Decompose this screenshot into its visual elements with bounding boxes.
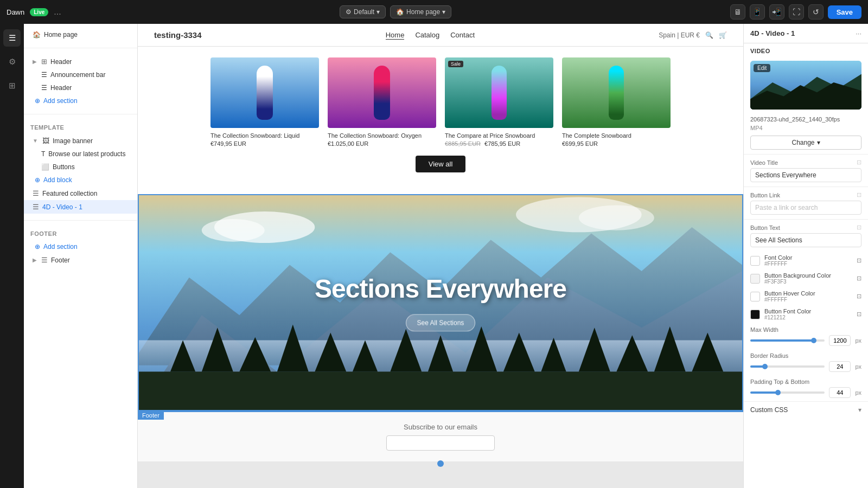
settings-icon[interactable]: ⚙ (3, 53, 21, 70)
button-bg-color-row: Button Background Color #F3F3F3 ⊡ (744, 269, 868, 287)
footer-add-section-label: Add section (43, 243, 78, 251)
home-icon: 🏠 (396, 8, 404, 16)
right-panel-more[interactable]: ··· (856, 29, 861, 37)
header-item[interactable]: ☰ Header (24, 81, 137, 94)
desktop-icon[interactable]: 🖥 (730, 4, 745, 20)
left-panel-home: 🏠 Home page (24, 24, 137, 46)
header-group[interactable]: ▶ ⊞ Header (24, 55, 137, 68)
padding-tb-thumb[interactable] (775, 390, 781, 395)
expand-icon3: ▶ (33, 257, 37, 263)
border-radius-track[interactable] (750, 365, 825, 368)
footer-section-label: Footer (138, 411, 164, 420)
browse-products-label: Browse our latest products (48, 150, 125, 158)
mobile-icon[interactable]: 📲 (769, 4, 784, 20)
border-radius-thumb[interactable] (762, 364, 768, 369)
button-hover-color-row: Button Hover Color #FFFFFF ⊡ (744, 287, 868, 305)
save-button[interactable]: Save (828, 5, 861, 19)
button-link-input[interactable] (750, 201, 861, 215)
footer-add-section[interactable]: ⊕ Add section (24, 240, 137, 253)
edit-video-button[interactable]: Edit (754, 64, 770, 72)
product-image-2: Sale (445, 57, 553, 128)
section-drag-handle[interactable] (437, 460, 444, 467)
chevron-down-icon4: ▾ (858, 406, 861, 414)
undo-icon[interactable]: ↺ (808, 4, 824, 20)
footer-item-label: Footer (51, 256, 70, 264)
button-font-color-info: Button Font Color #121212 (764, 308, 852, 320)
add-block-item[interactable]: ⊕ Add block (24, 174, 137, 187)
button-bg-color-info: Button Background Color #F3F3F3 (764, 272, 852, 285)
template-section: Template ▼ 🖼 Image banner T Browse our l… (24, 117, 137, 218)
video-thumbnail: Edit (750, 61, 861, 110)
theme-dropdown[interactable]: ⚙ Default ▾ (340, 5, 386, 18)
store-topnav: testing-3334 Home Catalog Contact Spain … (138, 24, 743, 47)
button-bg-color-swatch[interactable] (750, 274, 760, 284)
header-add-section[interactable]: ⊕ Add section (24, 94, 137, 107)
button-font-color-swatch[interactable] (750, 310, 760, 319)
currency-label: Spain | EUR € (659, 31, 700, 39)
max-width-thumb[interactable] (811, 338, 816, 343)
right-panel-title: 4D - Video - 1 (750, 29, 795, 37)
left-panel: 🏠 Home page ▶ ⊞ Header ☰ Announcement ba… (24, 24, 138, 488)
footer-section: Footer ⊕ Add section ▶ ☰ Footer (24, 223, 137, 271)
info-icon3: ⊡ (857, 224, 861, 231)
max-width-input[interactable] (829, 335, 851, 346)
search-icon[interactable]: 🔍 (705, 31, 713, 39)
product-card-3: The Complete Snowboard €699,95 EUR (562, 57, 671, 147)
sale-price: €785,95 EUR (484, 140, 520, 147)
button-hover-reset-icon[interactable]: ⊡ (857, 293, 861, 300)
max-width-group: Max Width px (744, 323, 868, 349)
tablet-icon[interactable]: 📱 (750, 4, 765, 20)
max-width-label: Max Width (750, 326, 861, 333)
footer-header: Footer (24, 227, 137, 240)
max-width-track[interactable] (750, 339, 825, 342)
home-page-item[interactable]: 🏠 Home page (24, 28, 137, 41)
divider2 (24, 114, 137, 114)
border-radius-input[interactable] (829, 361, 851, 372)
canvas-inner: testing-3334 Home Catalog Contact Spain … (138, 24, 743, 488)
nav-catalog[interactable]: Catalog (415, 31, 439, 40)
view-all-button[interactable]: View all (416, 156, 466, 172)
chevron-down-icon: ▾ (376, 8, 380, 16)
button-hover-color-swatch[interactable] (750, 292, 760, 301)
browse-products-item[interactable]: T Browse our latest products (24, 147, 137, 160)
plus-icon3: ⊕ (35, 243, 40, 251)
right-panel: 4D - Video - 1 ··· Video (743, 24, 868, 488)
nav-contact[interactable]: Contact (450, 31, 475, 40)
snowboard-shape-3 (609, 66, 624, 120)
change-video-button[interactable]: Change ▾ (750, 136, 861, 150)
video-cta-button[interactable]: See All Sections (406, 314, 476, 332)
button-font-reset-icon[interactable]: ⊡ (857, 311, 861, 318)
page-dropdown[interactable]: 🏠 Home page ▾ (390, 5, 451, 18)
font-color-reset-icon[interactable]: ⊡ (857, 257, 861, 264)
padding-tb-unit: px (855, 389, 861, 396)
button-text-input[interactable] (750, 233, 861, 247)
divider3 (24, 220, 137, 221)
nav-home[interactable]: Home (386, 31, 405, 40)
max-width-fill (750, 339, 814, 342)
buttons-item[interactable]: ⬜ Buttons (24, 160, 137, 174)
subscribe-input[interactable] (386, 435, 495, 451)
video-section[interactable]: Sections Everywhere See All Sections (138, 194, 743, 411)
image-banner-item[interactable]: ▼ 🖼 Image banner (24, 134, 137, 147)
button-bg-reset-icon[interactable]: ⊡ (857, 275, 861, 282)
video-item[interactable]: ☰ 4D - Video - 1 (24, 200, 137, 214)
padding-tb-input[interactable] (829, 387, 851, 398)
fullscreen-icon[interactable]: ⛶ (789, 4, 804, 20)
announcement-bar-label: Announcement bar (50, 71, 105, 79)
footer-item[interactable]: ▶ ☰ Footer (24, 253, 137, 267)
announcement-bar-item[interactable]: ☰ Announcement bar (24, 68, 137, 81)
sections-icon[interactable]: ☰ (3, 29, 21, 47)
video-title-input[interactable] (750, 168, 861, 182)
cart-icon[interactable]: 🛒 (719, 31, 727, 39)
custom-css-row[interactable]: Custom CSS ▾ (744, 401, 868, 418)
featured-collection-item[interactable]: ☰ Featured collection (24, 187, 137, 200)
font-color-swatch[interactable] (750, 256, 760, 266)
video-text-overlay: Sections Everywhere See All Sections (315, 274, 566, 332)
border-radius-unit: px (855, 363, 861, 370)
border-radius-group: Border Radius px (744, 349, 868, 375)
padding-tb-track[interactable] (750, 391, 825, 394)
apps-icon[interactable]: ⊞ (3, 77, 21, 94)
button-font-color-row: Button Font Color #121212 ⊡ (744, 305, 868, 323)
home-icon2: 🏠 (33, 31, 41, 38)
topbar-more-button[interactable]: ... (54, 7, 61, 17)
